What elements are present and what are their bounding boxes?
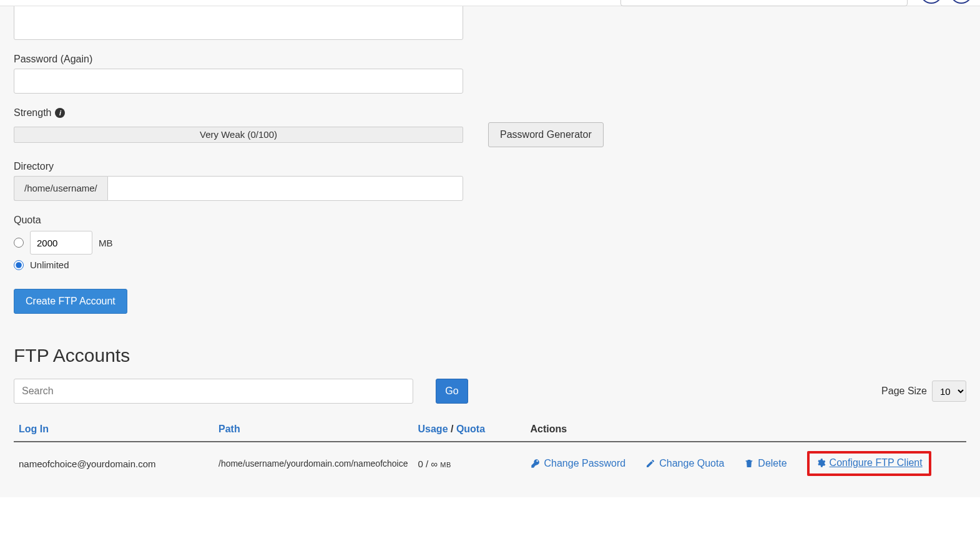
directory-prefix: /home/username/ <box>14 176 107 201</box>
directory-label: Directory <box>14 161 966 172</box>
col-actions: Actions <box>526 417 967 442</box>
strength-label: Strength i <box>14 107 966 119</box>
accounts-search-input[interactable] <box>14 379 413 404</box>
change-quota-link[interactable]: Change Quota <box>645 458 724 469</box>
quota-label: Quota <box>14 215 966 226</box>
go-button[interactable]: Go <box>436 379 468 404</box>
cell-login: nameofchoice@yourdomain.com <box>14 442 213 485</box>
notifications-button[interactable] <box>920 0 943 4</box>
password-again-label: Password (Again) <box>14 54 966 65</box>
quota-unit: MB <box>99 238 113 248</box>
quota-unlimited-radio[interactable] <box>14 260 24 270</box>
password-again-field[interactable] <box>14 69 463 94</box>
create-ftp-account-button[interactable]: Create FTP Account <box>14 289 127 314</box>
change-password-link[interactable]: Change Password <box>531 458 626 469</box>
quota-limited-radio[interactable] <box>14 238 24 248</box>
header-search-wrap <box>620 0 908 6</box>
gear-icon <box>816 458 826 468</box>
table-row: nameofchoice@yourdomain.com /home/userna… <box>14 442 966 485</box>
configure-highlight: Configure FTP Client <box>807 451 931 476</box>
col-login[interactable]: Log In <box>14 417 213 442</box>
quota-unlimited-label: Unlimited <box>30 260 69 270</box>
password-generator-button[interactable]: Password Generator <box>488 122 604 147</box>
page-size-label: Page Size <box>881 386 927 397</box>
cell-path: /home/username/yourdomain.com/nameofchoi… <box>213 442 413 485</box>
configure-ftp-client-link[interactable]: Configure FTP Client <box>816 457 923 468</box>
key-icon <box>531 459 541 468</box>
pencil-icon <box>645 459 655 468</box>
search-tools-input[interactable] <box>620 0 908 6</box>
strength-meter: Very Weak (0/100) <box>14 127 463 143</box>
info-icon[interactable]: i <box>55 108 65 118</box>
quota-value-field[interactable] <box>30 231 92 255</box>
cell-usage: 0 / ∞ MB <box>413 442 526 485</box>
col-usage-quota: Usage / Quota <box>413 417 526 442</box>
directory-field[interactable] <box>107 176 463 201</box>
page-size-select[interactable]: 10 <box>932 381 966 402</box>
ftp-accounts-heading: FTP Accounts <box>14 345 966 366</box>
user-menu-button[interactable] <box>950 0 973 4</box>
ftp-accounts-table: Log In Path Usage / Quota Actions nameof… <box>14 417 966 485</box>
delete-link[interactable]: Delete <box>744 458 786 469</box>
password-field[interactable] <box>14 1 463 40</box>
col-path[interactable]: Path <box>213 417 413 442</box>
trash-icon <box>744 459 754 468</box>
